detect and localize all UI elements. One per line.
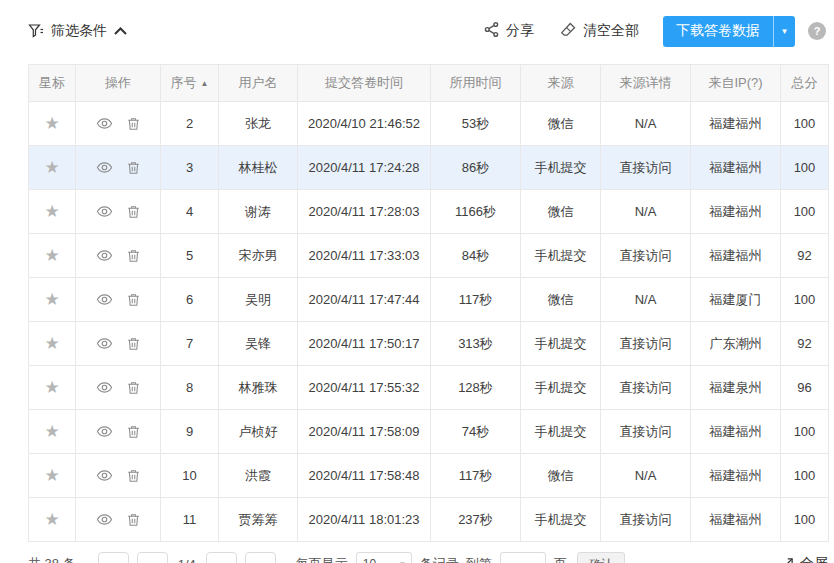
star-icon[interactable]: ★ — [44, 423, 59, 440]
star-cell: ★ — [29, 366, 76, 410]
source-cell: 手机提交 — [521, 146, 601, 190]
ip-cell: 福建福州 — [691, 146, 781, 190]
eye-icon[interactable] — [96, 203, 113, 220]
seq-cell: 5 — [161, 234, 219, 278]
duration-cell: 117秒 — [431, 454, 521, 498]
ip-cell: 福建福州 — [691, 234, 781, 278]
operations-cell — [76, 410, 161, 454]
seq-cell: 6 — [161, 278, 219, 322]
last-page-button[interactable]: » — [245, 552, 276, 563]
source-detail-cell: 直接访问 — [601, 498, 691, 542]
eye-icon[interactable] — [96, 247, 113, 264]
eye-icon[interactable] — [96, 115, 113, 132]
trash-icon[interactable] — [126, 116, 141, 132]
duration-cell: 117秒 — [431, 278, 521, 322]
star-icon[interactable]: ★ — [44, 115, 59, 132]
per-page-select[interactable]: 10 ▾ — [356, 552, 412, 563]
eye-icon[interactable] — [96, 291, 113, 308]
star-cell: ★ — [29, 234, 76, 278]
star-icon[interactable]: ★ — [44, 379, 59, 396]
operations-cell — [76, 454, 161, 498]
eye-icon[interactable] — [96, 159, 113, 176]
seq-cell: 4 — [161, 190, 219, 234]
operations-cell — [76, 366, 161, 410]
source-cell: 手机提交 — [521, 410, 601, 454]
operations-cell — [76, 498, 161, 542]
star-icon[interactable]: ★ — [44, 511, 59, 528]
trash-icon[interactable] — [126, 468, 141, 484]
star-icon[interactable]: ★ — [44, 467, 59, 484]
ip-cell: 福建福州 — [691, 498, 781, 542]
star-cell: ★ — [29, 190, 76, 234]
share-button[interactable]: 分享 — [483, 21, 534, 41]
source-detail-cell: N/A — [601, 102, 691, 146]
share-icon — [483, 21, 500, 41]
username-cell: 林雅珠 — [219, 366, 298, 410]
eye-icon[interactable] — [96, 467, 113, 484]
per-page-value: 10 — [363, 557, 376, 563]
filter-conditions-label: 筛选条件 — [51, 22, 107, 40]
submit-time-cell: 2020/4/11 17:58:09 — [298, 410, 431, 454]
star-icon[interactable]: ★ — [44, 335, 59, 352]
source-cell: 手机提交 — [521, 322, 601, 366]
star-icon[interactable]: ★ — [44, 203, 59, 220]
eye-icon[interactable] — [96, 379, 113, 396]
first-page-button[interactable]: « — [98, 552, 129, 563]
eye-icon[interactable] — [96, 511, 113, 528]
trash-icon[interactable] — [126, 204, 141, 220]
seq-cell: 10 — [161, 454, 219, 498]
duration-cell: 313秒 — [431, 322, 521, 366]
star-icon[interactable]: ★ — [44, 159, 59, 176]
download-button-group: 下载答卷数据 ▼ — [663, 16, 795, 47]
source-cell: 手机提交 — [521, 366, 601, 410]
trash-icon[interactable] — [126, 424, 141, 440]
seq-cell: 11 — [161, 498, 219, 542]
star-icon[interactable]: ★ — [44, 247, 59, 264]
header-seq-sortable[interactable]: 序号 ▲ — [161, 65, 219, 102]
clear-all-label: 清空全部 — [583, 22, 639, 40]
table-row: ★ — [29, 234, 829, 278]
filter-conditions-toggle[interactable]: 筛选条件 — [28, 22, 127, 40]
star-cell: ★ — [29, 278, 76, 322]
source-detail-cell: 直接访问 — [601, 234, 691, 278]
prev-page-button[interactable]: ‹ — [137, 552, 168, 563]
operations-cell — [76, 278, 161, 322]
score-cell: 100 — [781, 278, 829, 322]
goto-page-input[interactable] — [500, 552, 546, 563]
trash-icon[interactable] — [126, 380, 141, 396]
table-row: ★ — [29, 498, 829, 542]
clear-all-button[interactable]: 清空全部 — [560, 21, 639, 41]
download-dropdown-caret[interactable]: ▼ — [773, 16, 795, 47]
fullscreen-label: 全屏 — [800, 555, 828, 563]
ip-cell: 福建厦门 — [691, 278, 781, 322]
eye-icon[interactable] — [96, 423, 113, 440]
eye-icon[interactable] — [96, 335, 113, 352]
responses-table: 星标 操作 序号 ▲ 用户名 提交答卷时间 所用时间 来源 来源详情 来自IP(… — [28, 64, 829, 542]
star-cell: ★ — [29, 102, 76, 146]
score-cell: 100 — [781, 410, 829, 454]
star-icon[interactable]: ★ — [44, 291, 59, 308]
fullscreen-button[interactable]: 全屏 — [779, 555, 828, 563]
trash-icon[interactable] — [126, 248, 141, 264]
header-star: 星标 — [29, 65, 76, 102]
seq-cell: 2 — [161, 102, 219, 146]
duration-cell: 86秒 — [431, 146, 521, 190]
next-page-button[interactable]: › — [206, 552, 237, 563]
submit-time-cell: 2020/4/11 17:28:03 — [298, 190, 431, 234]
confirm-goto-button[interactable]: 确认 — [577, 552, 625, 563]
expand-arrows-icon — [779, 557, 794, 563]
select-caret-icon: ▾ — [400, 559, 405, 563]
trash-icon[interactable] — [126, 292, 141, 308]
download-data-button[interactable]: 下载答卷数据 — [663, 16, 773, 47]
trash-icon[interactable] — [126, 336, 141, 352]
header-username: 用户名 — [219, 65, 298, 102]
trash-icon[interactable] — [126, 512, 141, 528]
question-mark-icon: ? — [814, 25, 821, 37]
duration-cell: 237秒 — [431, 498, 521, 542]
table-row: ★ — [29, 322, 829, 366]
header-duration: 所用时间 — [431, 65, 521, 102]
help-button[interactable]: ? — [808, 22, 826, 40]
trash-icon[interactable] — [126, 160, 141, 176]
header-source: 来源 — [521, 65, 601, 102]
header-score: 总分 — [781, 65, 829, 102]
